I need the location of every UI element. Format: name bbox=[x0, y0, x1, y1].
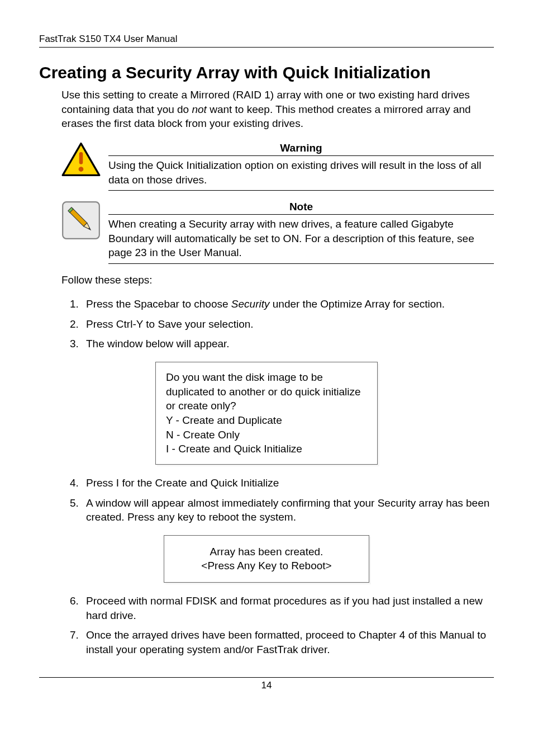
note-admonition: Note When creating a Security array with… bbox=[61, 201, 494, 264]
steps-list: Press the Spacebar to choose Security un… bbox=[61, 297, 494, 351]
dialog-box-2: Array has been created. <Press Any Key t… bbox=[164, 535, 369, 583]
steps-list-cont2: Proceed with normal FDISK and format pro… bbox=[61, 594, 494, 657]
svg-point-2 bbox=[79, 167, 84, 172]
dialog1-option-y: Y - Create and Duplicate bbox=[166, 413, 367, 428]
step-1-italic: Security bbox=[231, 298, 270, 310]
steps-list-cont: Press I for the Create and Quick Initial… bbox=[61, 476, 494, 525]
step-3: The window below will appear. bbox=[82, 337, 494, 351]
step-6: Proceed with normal FDISK and format pro… bbox=[82, 594, 494, 622]
dialog2-line1: Array has been created. bbox=[174, 545, 359, 559]
warning-title: Warning bbox=[108, 142, 494, 156]
note-title: Note bbox=[108, 201, 494, 215]
step-1: Press the Spacebar to choose Security un… bbox=[82, 297, 494, 311]
running-header: FastTrak S150 TX4 User Manual bbox=[39, 34, 494, 48]
step-2: Press Ctrl-Y to Save your selection. bbox=[82, 317, 494, 332]
step-7: Once the arrayed drives have been format… bbox=[82, 628, 494, 656]
warning-admonition: Warning Using the Quick Initialization o… bbox=[61, 142, 494, 191]
warning-icon bbox=[61, 142, 101, 177]
dialog1-option-i: I - Create and Quick Initialize bbox=[166, 442, 367, 456]
step-1-pre: Press the Spacebar to choose bbox=[86, 298, 231, 310]
page-number: 14 bbox=[39, 677, 494, 691]
dialog2-line2: <Press Any Key to Reboot> bbox=[174, 559, 359, 573]
dialog1-question: Do you want the disk image to be duplica… bbox=[166, 370, 367, 413]
pencil-icon bbox=[61, 201, 101, 240]
dialog-box-1: Do you want the disk image to be duplica… bbox=[155, 362, 378, 465]
intro-text-italic: not bbox=[192, 103, 206, 115]
step-5: A window will appear almost immediately … bbox=[82, 496, 494, 525]
step-4: Press I for the Create and Quick Initial… bbox=[82, 476, 494, 490]
intro-paragraph: Use this setting to create a Mirrored (R… bbox=[61, 88, 494, 131]
warning-text: Using the Quick Initialization option on… bbox=[108, 158, 494, 191]
follow-steps-text: Follow these steps: bbox=[61, 274, 494, 286]
note-text: When creating a Security array with new … bbox=[108, 217, 494, 264]
svg-rect-1 bbox=[79, 152, 83, 164]
page-title: Creating a Security Array with Quick Ini… bbox=[39, 63, 494, 82]
step-1-post: under the Optimize Array for section. bbox=[269, 298, 445, 310]
dialog1-option-n: N - Create Only bbox=[166, 428, 367, 442]
